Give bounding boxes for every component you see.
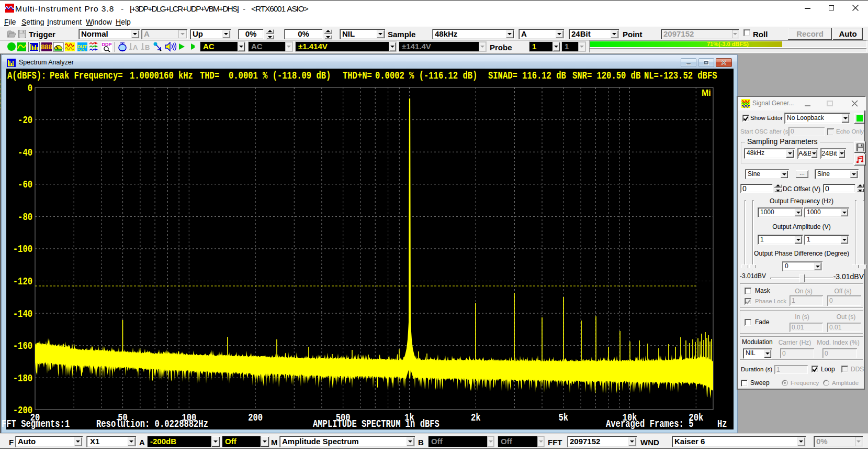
svg-text:A: A: [133, 43, 138, 51]
svg-text:DUT: DUT: [77, 44, 87, 49]
svg-text:888: 888: [41, 43, 52, 51]
svg-text:B: B: [145, 43, 150, 51]
